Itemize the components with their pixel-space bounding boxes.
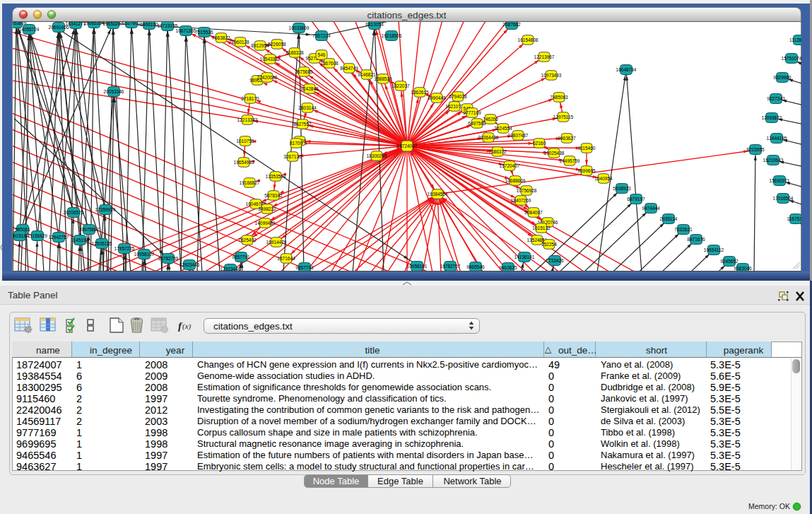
svg-text:9084067: 9084067	[524, 210, 543, 215]
svg-text:7663822: 7663822	[212, 35, 230, 40]
svg-text:6497568: 6497568	[468, 121, 486, 126]
svg-text:8215955: 8215955	[746, 147, 765, 152]
svg-text:2935114: 2935114	[660, 216, 678, 221]
svg-text:7357224: 7357224	[312, 33, 331, 38]
svg-text:9699695: 9699695	[577, 168, 596, 173]
svg-text:12923446: 12923446	[180, 262, 200, 267]
svg-text:9465546: 9465546	[466, 264, 485, 269]
svg-text:9777169: 9777169	[463, 110, 481, 115]
svg-text:12942757: 12942757	[49, 235, 69, 240]
svg-text:1527602: 1527602	[122, 22, 141, 25]
svg-text:16210643: 16210643	[763, 158, 784, 163]
svg-text:1588520: 1588520	[374, 76, 392, 81]
svg-text:12505135: 12505135	[92, 241, 112, 246]
svg-text:5878342: 5878342	[264, 193, 283, 198]
svg-text:3875685: 3875685	[295, 69, 313, 74]
svg-text:12444195: 12444195	[767, 136, 787, 141]
svg-text:5226058: 5226058	[268, 42, 286, 47]
svg-text:10654112: 10654112	[704, 247, 724, 252]
svg-text:8990448: 8990448	[428, 95, 446, 100]
svg-text:9146821: 9146821	[358, 72, 376, 77]
svg-text:9857793: 9857793	[295, 265, 314, 270]
svg-text:8471676: 8471676	[687, 237, 705, 242]
svg-text:12213383: 12213383	[237, 117, 258, 122]
svg-text:6466160: 6466160	[140, 22, 158, 27]
svg-text:10958101: 10958101	[407, 264, 428, 269]
svg-text:17016504: 17016504	[773, 196, 794, 201]
svg-text:19166827: 19166827	[240, 180, 260, 185]
svg-text:16154808: 16154808	[518, 37, 539, 42]
svg-text:2367608: 2367608	[320, 61, 339, 66]
svg-text:9227343: 9227343	[767, 96, 785, 101]
svg-text:11128774: 11128774	[789, 37, 801, 42]
svg-text:10653267: 10653267	[103, 22, 124, 26]
svg-text:16914479: 16914479	[266, 240, 287, 245]
svg-text:546: 546	[318, 52, 326, 57]
svg-text:7386372: 7386372	[488, 149, 507, 154]
svg-text:12975115: 12975115	[553, 115, 574, 119]
svg-text:10756928: 10756928	[517, 188, 537, 193]
svg-text:1640954: 1640954	[594, 176, 613, 181]
svg-text:1362615: 1362615	[411, 90, 429, 95]
svg-text:9242848: 9242848	[300, 86, 319, 91]
svg-text:12213967: 12213967	[534, 54, 555, 59]
svg-text:10973493: 10973493	[541, 73, 562, 78]
svg-text:3267130: 3267130	[283, 154, 302, 159]
svg-text:(x): (x)	[182, 322, 192, 331]
svg-text:1010755: 1010755	[236, 139, 254, 144]
svg-text:10958107: 10958107	[134, 252, 155, 257]
svg-text:10025438: 10025438	[544, 151, 565, 156]
svg-text:1167533: 1167533	[787, 216, 801, 221]
svg-text:14099489: 14099489	[255, 221, 276, 226]
svg-text:16648784: 16648784	[616, 67, 637, 72]
svg-text:1571644: 1571644	[277, 256, 295, 261]
svg-text:9245652: 9245652	[720, 259, 739, 264]
svg-text:2803144: 2803144	[298, 105, 317, 110]
svg-text:6794028: 6794028	[449, 94, 467, 99]
svg-text:9474444: 9474444	[642, 206, 660, 211]
svg-text:9463625: 9463625	[499, 265, 517, 270]
svg-text:1615132: 1615132	[532, 226, 551, 230]
svg-text:8960128: 8960128	[231, 40, 249, 45]
svg-text:16782757: 16782757	[440, 264, 461, 269]
svg-text:10688609: 10688609	[505, 178, 526, 183]
svg-text:10671355: 10671355	[176, 28, 196, 33]
svg-text:1733426: 1733426	[546, 258, 564, 263]
svg-text:17359924: 17359924	[95, 207, 116, 212]
svg-text:9115460: 9115460	[578, 146, 596, 151]
svg-text:62160: 62160	[533, 141, 546, 146]
svg-text:10807487: 10807487	[508, 133, 529, 138]
svg-text:14055724: 14055724	[19, 27, 40, 32]
svg-text:2718170: 2718170	[241, 96, 259, 101]
svg-text:1822037: 1822037	[392, 83, 410, 88]
svg-text:7515526: 7515526	[195, 30, 213, 35]
svg-text:19218506: 19218506	[382, 33, 402, 38]
svg-text:19565354: 19565354	[84, 22, 105, 25]
svg-text:8454749: 8454749	[340, 66, 358, 71]
svg-text:30975867: 30975867	[79, 227, 100, 232]
svg-text:746266: 746266	[483, 117, 498, 122]
svg-text:7485063: 7485063	[550, 95, 568, 100]
svg-text:15692971: 15692971	[770, 178, 790, 183]
svg-text:5938923: 5938923	[613, 186, 631, 191]
svg-text:20053346: 20053346	[104, 89, 124, 94]
svg-text:17957225: 17957225	[114, 246, 135, 251]
svg-text:3498222: 3498222	[258, 206, 276, 211]
svg-text:3624554: 3624554	[494, 126, 512, 131]
svg-text:9857791: 9857791	[232, 255, 250, 259]
svg-text:7625402: 7625402	[238, 238, 257, 243]
svg-text:7632621: 7632621	[674, 227, 693, 232]
svg-text:11156829: 11156829	[28, 233, 47, 238]
svg-text:81700: 81700	[290, 141, 302, 146]
svg-text:8912954: 8912954	[251, 43, 269, 48]
svg-text:13353594: 13353594	[266, 174, 286, 179]
svg-text:19384554: 19384554	[428, 192, 448, 197]
svg-text:10543382: 10543382	[260, 57, 281, 62]
svg-text:6879197: 6879197	[627, 197, 645, 201]
svg-text:9463627: 9463627	[558, 136, 576, 141]
svg-text:19654983: 19654983	[234, 160, 254, 165]
svg-text:18300295: 18300295	[367, 153, 387, 158]
svg-text:252254: 252254	[541, 242, 557, 247]
svg-text:8813054: 8813054	[365, 22, 384, 27]
svg-text:1145194: 1145194	[71, 238, 89, 243]
